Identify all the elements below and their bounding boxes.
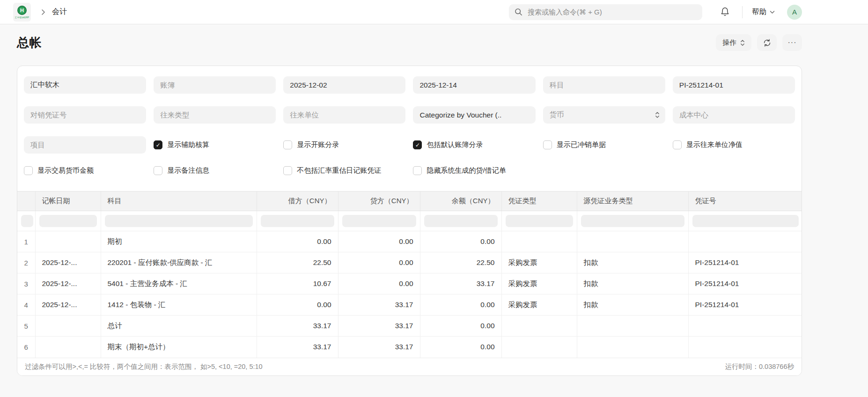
cell-voucher-type: 采购发票 xyxy=(501,252,577,273)
checkbox-box xyxy=(154,140,162,149)
breadcrumb-accounting[interactable]: 会计 xyxy=(52,7,67,17)
cell-voucher-subtype xyxy=(577,231,688,252)
table-row[interactable]: 2 2025-12-... 220201 - 应付账款-供应商款 - 汇 22.… xyxy=(17,252,802,273)
cell-account: 期末（期初+总计） xyxy=(101,337,257,358)
filter-section: Categorize by Voucher (.. 货币 显示辅助核算 显示开账… xyxy=(17,66,802,175)
credit-column-filter[interactable] xyxy=(342,215,416,227)
cell-debit: 0.00 xyxy=(257,231,338,252)
voucher-subtype-column-filter[interactable] xyxy=(581,215,684,227)
report-footer: 过滤条件可以用>,<,= 比较符，两个值之间用：表示范围， 如>5, <10, … xyxy=(17,358,802,375)
chevron-expand-icon xyxy=(740,39,745,46)
row-index: 2 xyxy=(17,252,35,273)
checkbox-include-default-book[interactable]: 包括默认账簿分录 xyxy=(413,140,535,149)
cell-credit: 33.17 xyxy=(338,316,420,337)
cost-center-filter[interactable] xyxy=(673,106,795,124)
account-column-filter[interactable] xyxy=(105,215,253,227)
ledger-table: 记帐日期 科目 借方（CNY） 贷方（CNY） 余额（CNY） 凭证类型 源凭证… xyxy=(17,191,802,358)
header-voucher-no[interactable]: 凭证号 xyxy=(688,191,802,211)
cell-credit: 0.00 xyxy=(338,273,420,294)
cell-voucher-type: 采购发票 xyxy=(501,273,577,294)
user-avatar[interactable]: A xyxy=(787,5,802,20)
checkbox-label: 显示已冲销单据 xyxy=(557,140,606,149)
balance-column-filter[interactable] xyxy=(424,215,498,227)
header-account[interactable]: 科目 xyxy=(101,191,257,211)
account-filter[interactable] xyxy=(543,76,665,94)
report-card: Categorize by Voucher (.. 货币 显示辅助核算 显示开账… xyxy=(17,66,802,376)
row-index: 3 xyxy=(17,273,35,294)
cell-voucher-subtype: 扣款 xyxy=(577,273,688,294)
checkbox-hide-system-notes[interactable]: 隐藏系统生成的贷/借记单 xyxy=(413,166,535,175)
ellipsis-icon: ··· xyxy=(788,38,797,47)
header-voucher-subtype[interactable]: 源凭证业务类型 xyxy=(577,191,688,211)
cell-debit: 0.00 xyxy=(257,294,338,316)
checkbox-show-dimensions[interactable]: 显示辅助核算 xyxy=(154,140,276,149)
cell-account: 5401 - 主营业务成本 - 汇 xyxy=(101,273,257,294)
voucher-no-filter[interactable] xyxy=(673,76,795,94)
project-filter[interactable] xyxy=(24,136,146,154)
app-logo[interactable]: H 汇中软木ERP xyxy=(13,3,31,22)
cell-voucher-type: 采购发票 xyxy=(501,294,577,316)
checkbox-box xyxy=(283,166,292,175)
voucher-type-column-filter[interactable] xyxy=(506,215,573,227)
checkbox-exclude-exchange-revaluation[interactable]: 不包括汇率重估日记账凭证 xyxy=(283,166,405,175)
menu-button[interactable]: ··· xyxy=(782,34,802,51)
checkbox-label: 显示往来单位净值 xyxy=(686,140,743,149)
voucher-no-column-filter[interactable] xyxy=(692,215,799,227)
cell-account: 220201 - 应付账款-供应商款 - 汇 xyxy=(101,252,257,273)
page-title: 总帐 xyxy=(17,35,42,51)
notifications-bell-icon[interactable] xyxy=(718,5,732,19)
currency-placeholder: 货币 xyxy=(550,110,655,120)
checkbox-show-opening-entries[interactable]: 显示开账分录 xyxy=(283,140,405,149)
global-search[interactable] xyxy=(509,4,702,20)
filter-hint-text: 过滤条件可以用>,<,= 比较符，两个值之间用：表示范围， 如>5, <10, … xyxy=(25,362,263,371)
table-row[interactable]: 4 2025-12-... 1412 - 包装物 - 汇 0.00 33.17 … xyxy=(17,294,802,316)
logo-icon: H xyxy=(17,6,27,15)
table-row[interactable]: 6 期末（期初+总计） 33.17 33.17 0.00 xyxy=(17,337,802,358)
execution-time: 运行时间：0.038766秒 xyxy=(725,362,794,371)
party-type-filter[interactable] xyxy=(154,106,276,124)
header-credit[interactable]: 贷方（CNY） xyxy=(338,191,420,211)
table-row[interactable]: 3 2025-12-... 5401 - 主营业务成本 - 汇 10.67 0.… xyxy=(17,273,802,294)
posting-date-column-filter[interactable] xyxy=(39,215,97,227)
checkbox-show-cancelled[interactable]: 显示已冲销单据 xyxy=(543,140,665,149)
table-row[interactable]: 1 期初 0.00 0.00 0.00 xyxy=(17,231,802,252)
cell-posting-date: 2025-12-... xyxy=(35,294,101,316)
party-filter[interactable] xyxy=(283,106,405,124)
index-column-filter[interactable] xyxy=(21,215,33,227)
group-by-select[interactable]: Categorize by Voucher (.. xyxy=(413,106,535,124)
cell-credit: 0.00 xyxy=(338,252,420,273)
ledger-filter[interactable] xyxy=(154,76,276,94)
header-index xyxy=(17,191,35,211)
checkbox-label: 隐藏系统生成的贷/借记单 xyxy=(427,166,506,175)
checkbox-show-net-party-values[interactable]: 显示往来单位净值 xyxy=(673,140,795,149)
table-row[interactable]: 5 总计 33.17 33.17 0.00 xyxy=(17,316,802,337)
cell-voucher-type xyxy=(501,316,577,337)
cell-credit: 33.17 xyxy=(338,294,420,316)
logo-caption: 汇中软木ERP xyxy=(15,16,29,19)
currency-select[interactable]: 货币 xyxy=(543,106,665,124)
against-voucher-filter[interactable] xyxy=(24,106,146,124)
checkbox-show-account-currency[interactable]: 显示交易货币金额 xyxy=(24,166,146,175)
header-balance[interactable]: 余额（CNY） xyxy=(420,191,501,211)
cell-voucher-subtype xyxy=(577,316,688,337)
cell-voucher-no: PI-251214-01 xyxy=(688,252,802,273)
checkbox-label: 显示开账分录 xyxy=(297,140,339,149)
cell-debit: 33.17 xyxy=(257,316,338,337)
debit-column-filter[interactable] xyxy=(261,215,334,227)
checkbox-box xyxy=(673,140,682,149)
company-filter[interactable] xyxy=(24,76,146,94)
checkbox-show-remarks[interactable]: 显示备注信息 xyxy=(154,166,276,175)
header-voucher-type[interactable]: 凭证类型 xyxy=(501,191,577,211)
help-menu[interactable]: 帮助 xyxy=(752,7,775,17)
search-input[interactable] xyxy=(527,7,697,16)
cell-debit: 22.50 xyxy=(257,252,338,273)
actions-button[interactable]: 操作 xyxy=(716,34,751,51)
checkbox-label: 显示备注信息 xyxy=(167,166,209,175)
refresh-button[interactable] xyxy=(757,34,777,51)
checkbox-box xyxy=(413,140,422,149)
header-posting-date[interactable]: 记帐日期 xyxy=(35,191,101,211)
chevron-right-icon xyxy=(41,8,45,16)
to-date-filter[interactable] xyxy=(413,76,535,94)
from-date-filter[interactable] xyxy=(283,76,405,94)
header-debit[interactable]: 借方（CNY） xyxy=(257,191,338,211)
